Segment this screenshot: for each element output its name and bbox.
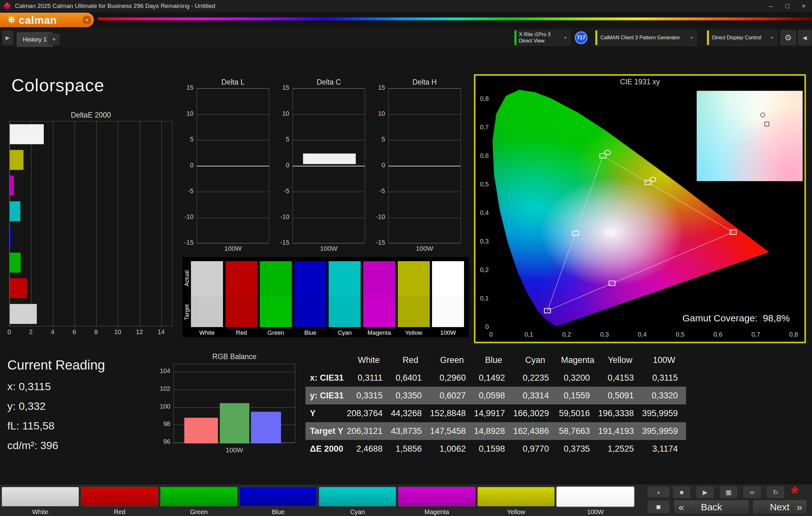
inset-square-marker (764, 122, 769, 126)
table-cell: 0,2960 (430, 369, 474, 387)
table-cell: 0,9770 (513, 440, 557, 458)
collapse-panel-button[interactable]: ◀ (798, 30, 811, 45)
calman-menu-button[interactable]: ❋ calman ▼ (0, 13, 94, 27)
display-control-dropdown[interactable]: Direct Display Control ▼ (707, 30, 777, 45)
minimize-button[interactable]: – (762, 0, 779, 12)
x-tick-label: 2 (23, 328, 39, 336)
y-tick-label: 0 (475, 323, 489, 331)
grid-line (197, 218, 269, 218)
pattern-button-label: Green (160, 508, 238, 516)
x-tick-label: 0,3 (595, 331, 614, 338)
table-cell: 0,0598 (474, 387, 513, 404)
close-button[interactable]: × (795, 0, 812, 12)
pattern-button-white[interactable] (2, 487, 79, 507)
swatch-actual-red (226, 261, 258, 296)
meter-selector-dropdown[interactable]: X-Rite i1Pro 3 Direct View ▼ (514, 30, 570, 45)
meter-count-badge[interactable]: 717 (575, 31, 587, 44)
maximize-button[interactable]: □ (779, 0, 795, 12)
y-tick-label: -15 (369, 239, 385, 246)
pattern-button-green[interactable] (160, 487, 238, 507)
x-tick-label: 10 (110, 328, 125, 336)
x-tick-label: 4 (45, 328, 61, 336)
delta-c-chart-title: Delta C (292, 78, 365, 87)
table-cell: 0,3350 (391, 387, 430, 404)
y-tick-label: -5 (369, 187, 385, 194)
grid-line (31, 121, 31, 326)
grid-line (293, 114, 365, 115)
brand-name: calman (19, 14, 57, 26)
delta-e-bar-yellow (10, 150, 24, 170)
window-title: Calman 2025 Calman Ultimate for Business… (15, 3, 215, 9)
x-category-label: 100W (388, 245, 461, 252)
y-tick-label: 0,1 (475, 295, 489, 302)
delta-e2000-chart (9, 121, 173, 327)
table-cell: 43,8735 (391, 422, 430, 440)
table-col-white: White (347, 351, 391, 369)
swatch-target-yellow (398, 296, 430, 327)
play-button[interactable]: ▶ (696, 486, 714, 498)
grid-line (162, 121, 162, 326)
delta-e2000-chart-title: DeltaE 2000 (9, 111, 173, 120)
link-button[interactable]: ∞ (743, 486, 761, 498)
x-tick-label: 0 (1, 328, 17, 336)
delta-e2000-x-axis: 02468101214 (9, 328, 173, 337)
table-cell: 44,3268 (391, 404, 430, 422)
x-tick-label: 0,4 (633, 331, 652, 338)
actual-row-label: Actual (183, 262, 190, 295)
pattern-button-cyan[interactable] (319, 487, 396, 507)
swatch-target-blue (294, 296, 326, 327)
y-tick-label: 10 (177, 110, 194, 117)
pattern-button-blue[interactable] (239, 487, 317, 507)
table-cell: 395,9959 (642, 422, 686, 440)
sidebar-expand-button[interactable]: ▶ (2, 30, 13, 45)
swatch-label: Blue (294, 329, 326, 336)
grid-line (388, 218, 461, 218)
table-cell: 0,5091 (598, 387, 642, 404)
tab-bar: ▶ History 1 + X-Rite i1Pro 3 Direct View… (0, 28, 812, 47)
pattern-button-100w[interactable] (557, 487, 634, 507)
x-tick-label: 0,5 (670, 331, 690, 338)
x-category-label: 100W (174, 446, 295, 454)
stop-button[interactable]: ■ (672, 486, 691, 498)
cie-1931-panel: CIE 1931 xy (474, 74, 806, 343)
table-cell: 0,1492 (474, 369, 513, 387)
pattern-generator-dropdown[interactable]: CalMAN Client 3 Pattern Generator ▼ (595, 30, 697, 45)
save-button[interactable]: ▦ (719, 486, 738, 498)
pattern-button-magenta[interactable] (398, 487, 475, 507)
current-reading-line: fL: 115,58 (7, 420, 55, 432)
x-tick-label: 8 (88, 328, 104, 336)
calman-menu-chevron-icon[interactable]: ▼ (83, 16, 91, 24)
pattern-button-red[interactable] (81, 487, 158, 507)
grid-line (388, 88, 461, 89)
swatch-label: Yellow (398, 329, 430, 336)
refresh-button[interactable]: ↻ (766, 486, 785, 498)
rgb-balance-chart (174, 364, 295, 443)
table-col-yellow: Yellow (598, 351, 642, 369)
pattern-button-yellow[interactable] (477, 487, 555, 507)
swatch-actual-magenta (363, 261, 395, 296)
table-row-label: Y (306, 404, 347, 422)
delta-c-bar (303, 153, 356, 164)
swatch-actual-white (191, 261, 223, 296)
y-tick-label: -15 (177, 239, 194, 246)
pattern-window-button[interactable]: ◼ (647, 500, 670, 513)
y-tick-label: -10 (273, 213, 289, 221)
grid-line (96, 121, 97, 326)
expand-transport-button[interactable]: ▲ (647, 486, 670, 497)
swatch-target-magenta (363, 296, 395, 327)
back-button[interactable]: « Back (674, 500, 749, 514)
x-tick-label: 0,1 (519, 331, 538, 338)
settings-gear-button[interactable]: ⚙ (780, 30, 796, 45)
y-tick-label: 10 (369, 110, 385, 117)
measurement-table: WhiteRedGreenBlueCyanMagentaYellow100Wx:… (306, 351, 686, 458)
current-reading-line: y: 0,332 (7, 400, 46, 412)
swatch-label: Green (260, 329, 292, 336)
add-tab-button[interactable]: + (48, 34, 60, 45)
next-button-label: Next (770, 502, 789, 513)
next-button[interactable]: Next » (752, 500, 807, 514)
delta-e-bar-magenta (10, 176, 14, 195)
tab-history-1[interactable]: History 1 (17, 32, 53, 47)
swatch-actual-blue (294, 261, 326, 296)
x-tick-label: 12 (132, 328, 147, 336)
table-cell: 166,3029 (513, 404, 557, 422)
